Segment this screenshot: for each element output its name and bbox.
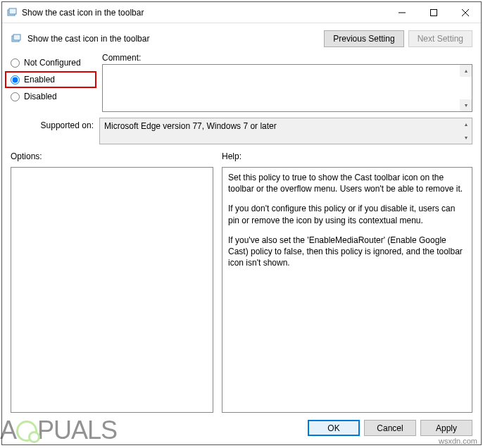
- supported-scroll: ▴ ▾: [460, 118, 472, 144]
- supported-on-label: Supported on:: [5, 118, 99, 130]
- config-row: Not Configured Enabled Disabled Comment:…: [2, 53, 481, 116]
- app-icon: [6, 7, 18, 18]
- supported-row: Supported on: Microsoft Edge version 77,…: [2, 116, 481, 147]
- radio-disabled-label: Disabled: [24, 92, 57, 101]
- state-radio-group: Not Configured Enabled Disabled: [5, 53, 96, 112]
- radio-enabled-label: Enabled: [24, 75, 55, 85]
- help-column: Help: Set this policy to true to show th…: [222, 151, 472, 413]
- radio-not-configured-input[interactable]: [11, 58, 20, 68]
- header-row: Show the cast icon in the toolbar Previo…: [2, 23, 481, 53]
- help-label: Help:: [222, 151, 472, 161]
- comment-scroll: ▴ ▾: [460, 65, 472, 111]
- titlebar: Show the cast icon in the toolbar: [2, 2, 481, 23]
- comment-field-wrap: ▴ ▾: [102, 64, 472, 112]
- help-panel: Set this policy to true to show the Cast…: [222, 167, 472, 413]
- policy-icon: [11, 33, 22, 44]
- radio-not-configured[interactable]: Not Configured: [5, 54, 96, 71]
- minimize-button[interactable]: [386, 2, 418, 23]
- comment-label: Comment:: [102, 53, 472, 63]
- supported-on-field: Microsoft Edge version 77, Windows 7 or …: [99, 118, 472, 144]
- apply-button[interactable]: Apply: [420, 420, 472, 436]
- next-setting-button[interactable]: Next Setting: [408, 30, 472, 47]
- options-label: Options:: [11, 151, 213, 161]
- svg-rect-1: [9, 8, 16, 14]
- comment-field[interactable]: [103, 65, 460, 111]
- scroll-up-icon[interactable]: ▴: [460, 65, 472, 77]
- window-title: Show the cast icon in the toolbar: [22, 8, 386, 18]
- help-paragraph: If you don't configure this policy or if…: [228, 203, 466, 225]
- svg-rect-3: [430, 9, 437, 15]
- radio-disabled-input[interactable]: [11, 92, 20, 101]
- ok-button[interactable]: OK: [308, 420, 360, 436]
- options-panel: [11, 167, 213, 413]
- svg-rect-7: [13, 35, 20, 40]
- help-paragraph: If you've also set the 'EnableMediaRoute…: [228, 235, 466, 269]
- help-paragraph: Set this policy to true to show the Cast…: [228, 172, 466, 194]
- scroll-down-icon[interactable]: ▾: [460, 99, 472, 111]
- radio-enabled-input[interactable]: [11, 75, 20, 85]
- scroll-up-icon[interactable]: ▴: [460, 118, 472, 130]
- previous-setting-button[interactable]: Previous Setting: [324, 30, 403, 47]
- lower-panels: Options: Help: Set this policy to true t…: [2, 147, 481, 413]
- dialog-window: Show the cast icon in the toolbar Show t…: [1, 1, 482, 445]
- supported-on-value: Microsoft Edge version 77, Windows 7 or …: [100, 118, 460, 144]
- policy-title: Show the cast icon in the toolbar: [27, 34, 320, 44]
- window-controls: [386, 2, 481, 23]
- radio-disabled[interactable]: Disabled: [5, 88, 96, 105]
- options-column: Options:: [11, 151, 213, 413]
- scroll-down-icon[interactable]: ▾: [460, 132, 472, 144]
- close-button[interactable]: [449, 2, 481, 23]
- radio-enabled[interactable]: Enabled: [5, 71, 96, 88]
- radio-not-configured-label: Not Configured: [24, 58, 81, 68]
- cancel-button[interactable]: Cancel: [364, 420, 416, 436]
- maximize-button[interactable]: [418, 2, 449, 23]
- footer-buttons: OK Cancel Apply: [2, 413, 481, 444]
- comment-area: Comment: ▴ ▾: [102, 53, 472, 112]
